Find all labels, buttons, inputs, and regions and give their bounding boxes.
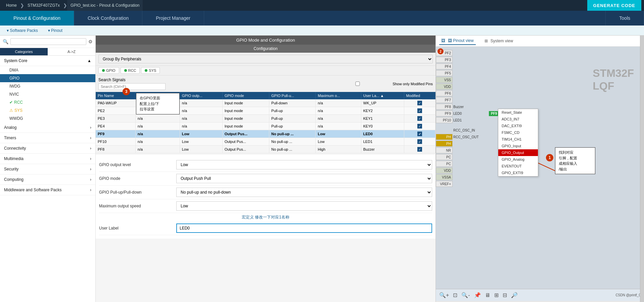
search-chip-icon[interactable]: 🔎: [511, 292, 518, 298]
ctx-adc3[interactable]: ADC3_IN7: [498, 116, 538, 122]
ctx-gpio-input[interactable]: GPIO_Input: [498, 143, 538, 149]
pin-rcc-osc-in[interactable]: PH: [436, 134, 453, 140]
tab-clock[interactable]: Clock Configuration: [74, 11, 142, 26]
sidebar-category-middleware[interactable]: Middleware and Software Packs ›: [0, 185, 95, 195]
th-modified[interactable]: Modified: [404, 92, 435, 99]
pin-pf10-led1[interactable]: PF10: [436, 117, 453, 123]
sidebar-item-rcc[interactable]: ✔RCC: [0, 98, 95, 106]
sidebar-item-gpio[interactable]: GPIO: [0, 74, 95, 82]
fit-icon[interactable]: ⊡: [453, 292, 457, 298]
zoom-out-icon[interactable]: 🔍-: [461, 292, 470, 298]
sidebar-category-security[interactable]: Security ›: [0, 164, 95, 174]
th-pull[interactable]: GPIO Pull-u...: [269, 92, 316, 99]
sidebar-item-wwdg[interactable]: WWDG: [0, 114, 95, 122]
sidebar-category-multimedia[interactable]: Multimedia ›: [0, 154, 95, 164]
right-tab-system[interactable]: ⊞ System view: [482, 37, 515, 45]
chip-icon[interactable]: 🖥: [485, 292, 490, 298]
sidebar-tab-categories[interactable]: Categories: [0, 48, 48, 55]
generate-code-button[interactable]: GENERATE CODE: [587, 0, 641, 11]
timers-arrow: ›: [90, 136, 91, 140]
sidebar-item-dma[interactable]: DMA: [0, 66, 95, 74]
center-panel: GPIO Mode and Configuration Configuratio…: [96, 36, 436, 302]
tab-project[interactable]: Project Manager: [142, 11, 204, 26]
pin-vss[interactable]: VSS: [436, 77, 453, 83]
show-modified-checkbox[interactable]: [324, 82, 391, 86]
table-row[interactable]: PF9n/aLowOutput Pus...No pull-up ...LowL…: [96, 130, 435, 138]
pin-vdd[interactable]: VDD: [436, 84, 453, 90]
computing-label: Computing: [4, 177, 24, 182]
pin-nr[interactable]: NR: [436, 147, 453, 153]
config-row-max-speed: Maximum output speed Low: [99, 199, 432, 213]
sidebar-item-iwdg[interactable]: IWDG: [0, 82, 95, 90]
sidebar-item-sys[interactable]: ⚠SYS: [0, 106, 95, 114]
sidebar-category-system-core[interactable]: System Core ▲: [0, 56, 95, 66]
zoom-in-icon[interactable]: 🔍+: [439, 292, 449, 298]
security-label: Security: [4, 167, 18, 171]
subtab-software-packs[interactable]: ▾ Software Packs: [7, 28, 38, 33]
pin-pf8-buzzer[interactable]: PF8: [436, 104, 453, 110]
sidebar-category-connectivity[interactable]: Connectivity ›: [0, 143, 95, 154]
th-max[interactable]: Maximum o...: [316, 92, 361, 99]
pf9-highlight[interactable]: PF9: [489, 111, 499, 116]
filter-sys[interactable]: SYS: [141, 67, 160, 74]
sidebar-category-computing[interactable]: Computing ›: [0, 174, 95, 185]
breadcrumb-file[interactable]: GPIO_test.ioc - Pinout & Configuration: [67, 0, 143, 11]
grid-icon[interactable]: ⊟: [503, 292, 507, 298]
led0-pin-label: LED0: [453, 110, 464, 116]
sidebar-tab-az[interactable]: A->Z: [48, 48, 95, 55]
pin-pf7[interactable]: PF7: [436, 97, 453, 103]
user-label-input[interactable]: [176, 223, 432, 233]
ctx-eventout[interactable]: EVENTOUT: [498, 163, 538, 169]
sidebar-search-input[interactable]: [10, 38, 86, 45]
search-signals-input[interactable]: [98, 83, 166, 90]
th-output[interactable]: GPIO outp...: [180, 92, 222, 99]
ctx-gpio-exti9[interactable]: GPIO_EXTI9: [498, 169, 538, 176]
pin-icon[interactable]: 📌: [474, 292, 481, 298]
pin-pf4[interactable]: PF4: [436, 63, 453, 69]
table-row[interactable]: PF10n/aLowOutput Pus...No pull-up ...Low…: [96, 138, 435, 146]
ctx-reset-state[interactable]: Reset_State: [498, 109, 538, 116]
filter-rcc[interactable]: RCC: [121, 67, 140, 74]
pin-pf6[interactable]: PF6: [436, 90, 453, 96]
pin-pf5[interactable]: PF5: [436, 70, 453, 76]
subtab-pinout[interactable]: ▾ Pinout: [48, 28, 62, 33]
output-level-select[interactable]: Low: [176, 160, 432, 169]
pin-pc1[interactable]: PC: [436, 154, 453, 160]
pin-vdd2[interactable]: VDD: [436, 167, 453, 173]
pin-pf3[interactable]: PF3: [436, 57, 453, 63]
gpio-mode-select[interactable]: Output Push Pull: [176, 174, 432, 183]
breadcrumb-device[interactable]: STM32F407ZGTx: [24, 0, 63, 11]
ctx-gpio-output[interactable]: GPIO_Output: [498, 149, 538, 156]
right-tab-pinout[interactable]: 🖼 🖼 Pinout view: [439, 37, 476, 45]
table-row[interactable]: PF8n/aLowOutput Pus...No pull-up ...High…: [96, 146, 435, 153]
scrollbar-strip[interactable]: [640, 36, 644, 302]
sidebar-item-nvic[interactable]: NVIC: [0, 90, 95, 98]
pin-vssa[interactable]: VSSA: [436, 174, 453, 180]
sidebar-category-timers[interactable]: Timers ›: [0, 133, 95, 143]
th-label[interactable]: User La... ▲: [361, 92, 404, 99]
ctx-fsmc-cd[interactable]: FSMC_CD: [498, 129, 538, 136]
pin-pf9-led0[interactable]: PF9: [436, 110, 453, 116]
tab-pinout[interactable]: Pinout & Configuration: [0, 11, 74, 26]
layout-icon[interactable]: ⊞: [494, 292, 499, 298]
breadcrumb-home[interactable]: Home: [3, 0, 20, 11]
th-mode[interactable]: GPIO mode: [222, 92, 269, 99]
sidebar: 🔍 ⚙ Categories A->Z System Core ▲ DMA GP…: [0, 36, 96, 302]
filter-gpio[interactable]: GPIO: [98, 67, 119, 74]
pin-pc2[interactable]: PC: [436, 161, 453, 167]
pin-rcc-osc-out[interactable]: PH: [436, 141, 453, 147]
pin-vref[interactable]: VREF+: [436, 181, 453, 187]
ctx-dac-exti9[interactable]: DAC_EXTI9: [498, 122, 538, 129]
ctx-gpio-analog[interactable]: GPIO_Analog: [498, 156, 538, 163]
pullupdown-select[interactable]: No pull-up and no pull-down: [176, 188, 432, 197]
sidebar-gear-icon[interactable]: ⚙: [88, 39, 93, 44]
tab-tools[interactable]: Tools: [605, 11, 644, 26]
max-speed-select[interactable]: Low: [176, 201, 432, 211]
pin-side-labels: Buzzer LED0 LED1: [453, 104, 464, 123]
sidebar-category-analog[interactable]: Analog ›: [0, 122, 95, 133]
table-row[interactable]: PE3n/an/aInput modePull-upn/aKEY1✓: [96, 115, 435, 122]
sidebar-search-icon[interactable]: 🔍: [3, 39, 8, 44]
group-by-select[interactable]: Group By Peripherals: [98, 55, 433, 63]
ctx-tim14[interactable]: TIM14_CH1: [498, 136, 538, 143]
table-row[interactable]: PE4n/an/aInput modePull-upn/aKEY0✓: [96, 122, 435, 130]
